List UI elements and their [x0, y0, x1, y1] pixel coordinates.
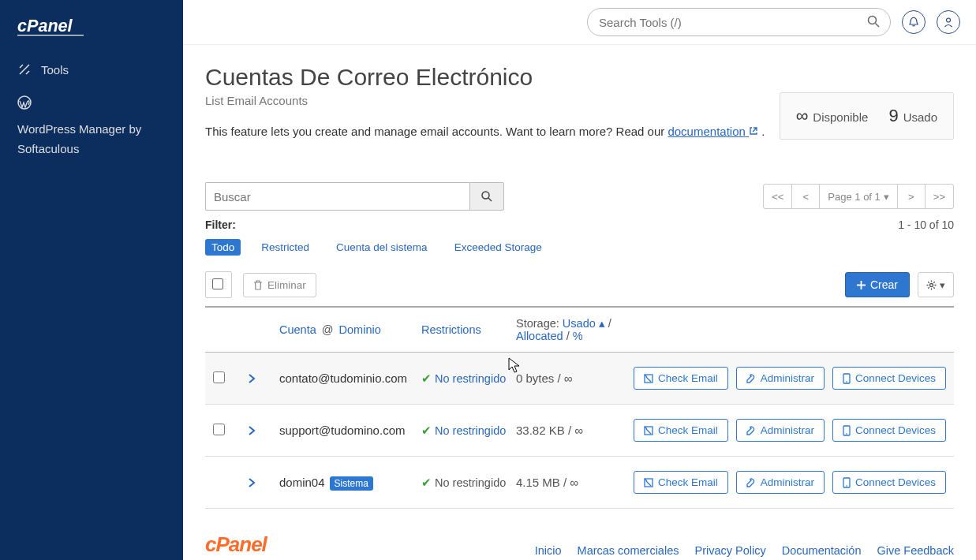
table-row: support@tudomino.com✔No restringido33.82…: [205, 405, 954, 457]
storage-text: 0 bytes / ∞: [516, 371, 573, 385]
sort-percent[interactable]: %: [573, 330, 583, 342]
search-icon[interactable]: [867, 15, 880, 28]
account-email: domin04: [279, 476, 325, 489]
svg-point-8: [930, 283, 933, 286]
sidebar-wp-label: WordPress Manager by Softaculous: [17, 119, 166, 159]
check-icon: ✔: [421, 476, 432, 489]
check-icon: ✔: [421, 372, 432, 385]
footer-link[interactable]: Inicio: [535, 544, 562, 557]
svg-point-3: [869, 17, 877, 24]
page-first[interactable]: <<: [763, 184, 792, 209]
connect-icon: [843, 477, 851, 488]
stat-used: 9 Usado: [888, 106, 937, 126]
connect-devices-button[interactable]: Connect Devices: [832, 471, 946, 494]
bulk-row: Eliminar Crear ▾: [205, 271, 954, 298]
account-button[interactable]: [937, 10, 960, 34]
sort-domain[interactable]: Dominio: [339, 323, 381, 336]
list-toolbar: << < Page 1 of 1▾ > >>: [205, 182, 954, 211]
settings-button[interactable]: ▾: [918, 272, 954, 297]
svg-line-7: [488, 198, 492, 201]
create-button[interactable]: Crear: [845, 272, 910, 297]
manage-button[interactable]: Administrar: [736, 419, 825, 442]
svg-point-17: [846, 485, 847, 487]
sidebar-item-tools[interactable]: Tools: [0, 54, 183, 86]
page-title: Cuentas De Correo Electrónico: [205, 64, 954, 91]
restriction-text[interactable]: ✔No restringido: [421, 372, 506, 385]
row-checkbox[interactable]: [213, 424, 225, 435]
manage-button[interactable]: Administrar: [736, 367, 825, 390]
row-checkbox[interactable]: [213, 371, 225, 383]
sort-allocated[interactable]: Allocated: [516, 330, 563, 342]
page-last[interactable]: >>: [925, 184, 954, 209]
connect-devices-button[interactable]: Connect Devices: [832, 419, 946, 442]
sort-restrictions[interactable]: Restrictions: [421, 323, 481, 336]
svg-point-11: [846, 381, 847, 383]
footer-links: InicioMarcas comercialesPrivacy PolicyDo…: [535, 544, 954, 557]
plus-icon: [857, 281, 866, 289]
search-button[interactable]: [469, 182, 504, 211]
filter-exceeded[interactable]: Exceeded Storage: [448, 239, 548, 256]
table-header: Cuenta @ Dominio Restrictions Storage: U…: [205, 308, 954, 352]
search-accounts-input[interactable]: [205, 182, 469, 211]
expand-icon[interactable]: [248, 478, 279, 487]
sort-used[interactable]: Usado ▴: [563, 317, 605, 330]
sort-asc-icon: ▴: [599, 317, 605, 330]
content: Cuentas De Correo Electrónico List Email…: [183, 45, 976, 560]
search-tools-input[interactable]: [587, 8, 891, 36]
filter-label: Filter:: [205, 218, 236, 231]
tools-icon: [17, 63, 32, 76]
filter-system[interactable]: Cuenta del sistema: [330, 239, 434, 256]
system-badge: Sistema: [330, 476, 373, 491]
user-icon: [943, 17, 954, 28]
sidebar-item-wordpress[interactable]: WordPress Manager by Softaculous: [0, 86, 183, 169]
notifications-button[interactable]: [902, 10, 926, 34]
page-prev[interactable]: <: [791, 184, 820, 209]
expand-icon[interactable]: [248, 374, 279, 383]
topbar: [183, 0, 976, 45]
caret-down-icon: ▾: [940, 279, 945, 291]
bell-icon: [908, 17, 919, 28]
check-icon: [644, 426, 653, 435]
check-icon: [644, 478, 653, 487]
footer-link[interactable]: Documentación: [782, 544, 862, 557]
cpanel-logo[interactable]: cPanel: [0, 12, 183, 54]
delete-button[interactable]: Eliminar: [243, 273, 316, 297]
gear-icon: [926, 280, 937, 290]
filter-pills: Todo Restricted Cuenta del sistema Excee…: [205, 239, 639, 256]
account-email: contato@tudominio.com: [279, 371, 407, 385]
search-tools: [587, 8, 891, 36]
connect-icon: [843, 425, 851, 436]
external-link-icon: [749, 125, 758, 138]
svg-point-14: [846, 433, 847, 435]
select-all-checkbox[interactable]: [205, 271, 232, 298]
svg-point-6: [482, 192, 489, 199]
documentation-link[interactable]: documentation: [667, 125, 758, 138]
expand-icon[interactable]: [248, 426, 279, 435]
check-email-button[interactable]: Check Email: [634, 367, 728, 390]
sort-account[interactable]: Cuenta: [279, 323, 316, 336]
restriction-text[interactable]: ✔No restringido: [421, 424, 506, 437]
filter-restricted[interactable]: Restricted: [255, 239, 316, 256]
check-email-button[interactable]: Check Email: [634, 419, 728, 442]
main: Cuentas De Correo Electrónico List Email…: [183, 0, 976, 560]
footer-link[interactable]: Give Feedback: [877, 544, 954, 557]
manage-button[interactable]: Administrar: [736, 471, 825, 494]
filter-row: Filter: 1 - 10 of 10: [205, 218, 954, 231]
footer: cPanel InicioMarcas comercialesPrivacy P…: [205, 532, 954, 560]
accounts-table: Cuenta @ Dominio Restrictions Storage: U…: [205, 308, 954, 509]
page-label[interactable]: Page 1 of 1▾: [819, 184, 898, 209]
footer-link[interactable]: Privacy Policy: [694, 544, 765, 557]
filter-all[interactable]: Todo: [205, 239, 241, 256]
footer-link[interactable]: Marcas comerciales: [578, 544, 679, 557]
manage-icon: [746, 374, 756, 383]
account-email: support@tudomino.com: [279, 424, 405, 437]
connect-devices-button[interactable]: Connect Devices: [832, 367, 946, 390]
svg-point-5: [947, 18, 951, 22]
connect-icon: [843, 373, 851, 384]
cpanel-footer-logo: cPanel: [205, 532, 267, 557]
header-storage: Storage: Usado ▴ / Allocated / %: [516, 317, 648, 342]
page-next[interactable]: >: [897, 184, 926, 209]
check-email-button[interactable]: Check Email: [634, 471, 728, 494]
table-row: contato@tudominio.com✔No restringido0 by…: [205, 353, 954, 405]
table-row: domin04Sistema✔No restringido4.15 MB / ∞…: [205, 457, 954, 509]
